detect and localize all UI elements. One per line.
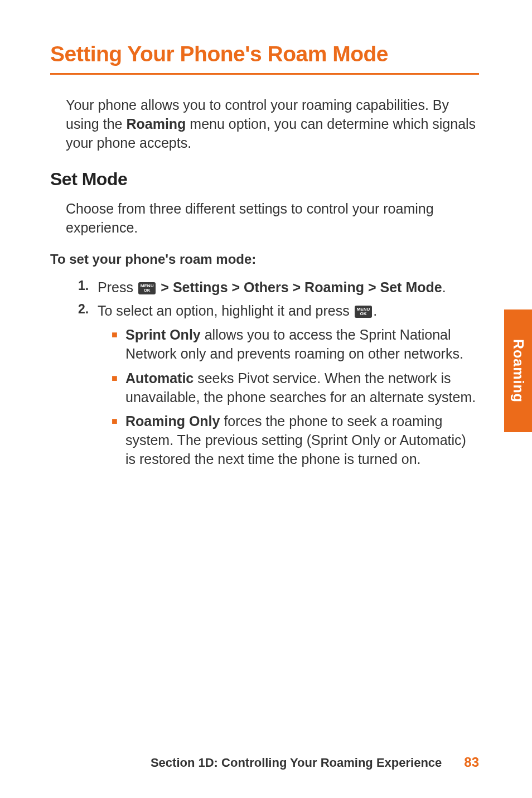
step-2-after: . <box>373 303 377 318</box>
intro-bold: Roaming <box>126 116 186 132</box>
heading-underline <box>50 73 479 75</box>
page-footer: Section 1D: Controlling Your Roaming Exp… <box>0 755 532 770</box>
bullet-marker: ■ <box>112 412 125 468</box>
menu-icon-bottom: OK <box>357 312 370 316</box>
bullet-item-2: ■ Automatic seeks Pivot service. When th… <box>112 369 479 407</box>
bullet-2-bold: Automatic <box>125 370 194 386</box>
bullet-text: Roaming Only forces the phone to seek a … <box>125 412 479 468</box>
instruction-label: To set your phone's roam mode: <box>50 252 479 267</box>
step-2-before: To select an option, highlight it and pr… <box>98 303 354 318</box>
bullet-text: Sprint Only allows you to access the Spr… <box>125 326 479 364</box>
step-1-before: Press <box>98 279 137 295</box>
step-number: 2. <box>78 302 98 321</box>
step-1-path: > Settings > Others > Roaming > Set Mode <box>157 279 442 295</box>
step-1: 1. Press MENUOK > Settings > Others > Ro… <box>78 278 479 297</box>
side-tab: Roaming <box>504 309 532 432</box>
body-paragraph: Choose from three different settings to … <box>66 200 479 238</box>
side-tab-label: Roaming <box>510 339 526 403</box>
bullet-3-bold: Roaming Only <box>125 413 220 429</box>
bullet-text: Automatic seeks Pivot service. When the … <box>125 369 479 407</box>
sub-heading: Set Mode <box>50 169 479 190</box>
step-text: To select an option, highlight it and pr… <box>98 302 377 321</box>
page-number: 83 <box>464 755 479 770</box>
bullet-list: ■ Sprint Only allows you to access the S… <box>112 326 479 468</box>
footer-section-label: Section 1D: Controlling Your Roaming Exp… <box>151 756 442 770</box>
bullet-1-bold: Sprint Only <box>125 327 201 342</box>
bullet-item-3: ■ Roaming Only forces the phone to seek … <box>112 412 479 468</box>
menu-icon-bottom: OK <box>141 288 154 293</box>
bullet-marker: ■ <box>112 326 125 364</box>
bullet-marker: ■ <box>112 369 125 407</box>
step-text: Press MENUOK > Settings > Others > Roami… <box>98 278 446 297</box>
bullet-item-1: ■ Sprint Only allows you to access the S… <box>112 326 479 364</box>
menu-ok-icon: MENUOK <box>138 282 156 294</box>
menu-ok-icon: MENUOK <box>355 306 373 318</box>
step-number: 1. <box>78 278 98 297</box>
step-1-after: . <box>442 279 446 295</box>
intro-paragraph: Your phone allows you to control your ro… <box>66 96 479 152</box>
step-list: 1. Press MENUOK > Settings > Others > Ro… <box>78 278 479 321</box>
step-2: 2. To select an option, highlight it and… <box>78 302 479 321</box>
page-title: Setting Your Phone's Roam Mode <box>50 42 479 66</box>
page-content: Setting Your Phone's Roam Mode Your phon… <box>0 0 532 469</box>
